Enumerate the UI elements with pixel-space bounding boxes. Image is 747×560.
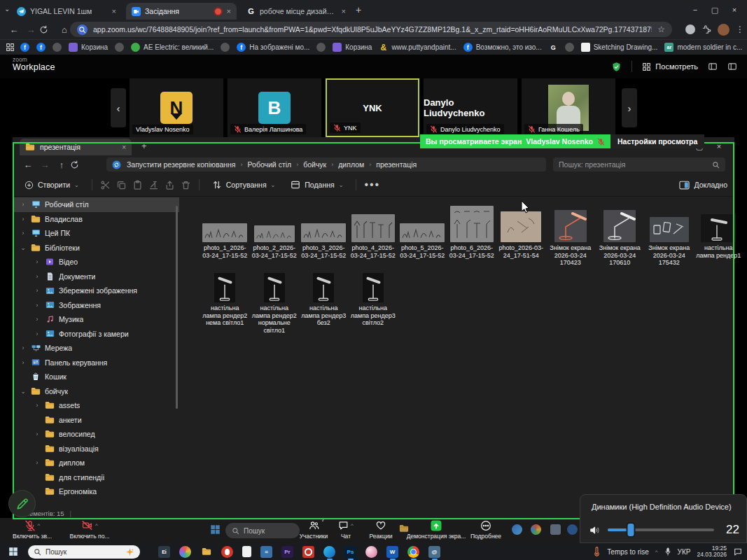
view-options-button[interactable]: Настройки просмотра xyxy=(610,134,704,148)
sidebar-item[interactable]: ›велосипед xyxy=(13,427,179,442)
sidebar-item[interactable]: ›диплом xyxy=(13,456,179,470)
calculator-icon[interactable]: = xyxy=(260,546,272,558)
chevron-right-icon[interactable]: › xyxy=(20,344,27,351)
unmute-button[interactable]: ^Включить зв... xyxy=(6,519,59,540)
start-button[interactable] xyxy=(8,547,18,556)
explorer-tab[interactable]: презентація × xyxy=(20,139,132,155)
taskbar-search[interactable]: Пошук xyxy=(28,545,140,559)
more-button[interactable]: Подробнее xyxy=(463,519,508,540)
chevron-right-icon[interactable]: › xyxy=(20,201,27,208)
tray-expand-icon[interactable]: ^ xyxy=(655,549,658,555)
bookmark-item[interactable]: &www.puttyandpaint... xyxy=(376,43,459,52)
participant-tile[interactable]: BВалерія Лапшинова xyxy=(228,78,321,137)
sidebar-item[interactable]: ›Збережені зображення xyxy=(13,284,179,298)
speaker-icon[interactable] xyxy=(589,525,601,536)
notifications-icon[interactable] xyxy=(733,547,743,556)
breadcrumb-item[interactable]: презентація xyxy=(376,160,417,169)
file-item[interactable]: photo_2_2026-03-24_17-15-52 xyxy=(250,202,300,267)
browser-minimize-button[interactable]: − xyxy=(685,6,705,14)
participant-tile[interactable]: YNKYNK xyxy=(326,78,419,137)
breadcrumb-separator-icon[interactable]: › xyxy=(329,161,335,168)
new-tab-button[interactable]: + xyxy=(356,4,361,15)
rename-icon[interactable] xyxy=(148,180,159,190)
browser-tab[interactable]: Засідання× xyxy=(126,3,237,20)
paint-icon[interactable] xyxy=(365,546,377,558)
bookmark-item[interactable] xyxy=(314,43,328,52)
word-icon[interactable]: W xyxy=(386,546,398,558)
file-item[interactable]: настільна лампа рендер3 без2 xyxy=(299,270,349,334)
copilot-icon[interactable] xyxy=(179,546,191,558)
sidebar-item[interactable]: Кошик xyxy=(13,370,179,384)
sidebar-item[interactable]: ›Робочий стіл xyxy=(13,197,179,212)
volume-slider[interactable] xyxy=(608,528,714,531)
breadcrumb-separator-icon[interactable]: › xyxy=(239,161,245,168)
delete-icon[interactable] xyxy=(181,180,191,190)
sidebar-item[interactable]: ›Цей ПК xyxy=(13,226,179,241)
chevron-right-icon[interactable]: › xyxy=(20,230,27,237)
sidebar-item[interactable]: Ергономіка xyxy=(13,484,179,499)
file-item[interactable]: Знімок екрана 2026-03-24 175432 xyxy=(645,202,694,267)
chevron-right-icon[interactable]: › xyxy=(34,330,41,337)
bookmark-item[interactable]: Sketching Drawing... xyxy=(578,43,661,52)
explorer-back-icon[interactable]: ← xyxy=(20,160,36,170)
file-item[interactable]: photo_4_2026-03-24_17-15-52 xyxy=(349,202,398,267)
back-icon[interactable]: ← xyxy=(6,24,22,35)
bookmark-item[interactable]: fВозможно, это изо... xyxy=(461,43,545,52)
bookmark-item[interactable]: fНа зображені мо... xyxy=(234,43,312,52)
more-toolbar-icon[interactable]: ••• xyxy=(364,178,380,191)
chevron-right-icon[interactable]: › xyxy=(34,258,41,265)
bookmark-item[interactable]: armodern soldier in c... xyxy=(662,43,745,52)
breadcrumb-separator-icon[interactable]: › xyxy=(294,161,300,168)
copy-icon[interactable] xyxy=(116,180,127,190)
taskbar-clock[interactable]: 19:25 24.03.2026 xyxy=(697,545,727,559)
opera-icon[interactable] xyxy=(221,546,233,558)
chevron-down-icon[interactable]: ⌄ xyxy=(20,388,27,395)
strip-prev-button[interactable]: ‹ xyxy=(111,88,126,127)
bookmark-item[interactable]: G xyxy=(546,43,561,52)
chevron-right-icon[interactable]: › xyxy=(20,216,27,223)
participant-tile[interactable]: NVladyslav Nosenko xyxy=(130,78,223,137)
strip-next-button[interactable]: › xyxy=(622,88,637,127)
chrome-icon[interactable] xyxy=(407,546,419,558)
bookmark-item[interactable]: Корзина xyxy=(66,43,111,52)
security-shield-icon[interactable] xyxy=(611,62,622,72)
tab-close-icon[interactable]: × xyxy=(112,7,116,15)
file-item[interactable]: настільна лампа рендер2 нормальне світло… xyxy=(250,270,300,334)
file-item[interactable]: настільна лампа рендер2 нема світло1 xyxy=(200,270,250,334)
breadcrumb-item[interactable]: Запустити резервне копіювання xyxy=(127,160,236,169)
view-mode-button[interactable]: Подання⌄ xyxy=(286,177,348,192)
chevron-up-icon[interactable]: ^ xyxy=(95,522,98,528)
explorer-refresh-icon[interactable] xyxy=(70,160,87,169)
sidebar-item[interactable]: ⌄бойчук xyxy=(13,384,179,399)
edge-icon[interactable] xyxy=(323,546,335,558)
window-restore-icon[interactable] xyxy=(708,62,718,71)
file-item[interactable]: photo_3_2026-03-24_17-15-52 xyxy=(299,202,349,267)
mail-app-icon[interactable]: @ xyxy=(428,546,440,558)
sidebar-item[interactable]: ›Відео xyxy=(13,255,179,270)
file-item[interactable]: настільна лампа рендер1 xyxy=(694,202,743,267)
browser-menu-icon[interactable]: ⋮ xyxy=(736,24,744,34)
chevron-down-icon[interactable]: ⌄ xyxy=(20,244,27,251)
file-item[interactable]: Знімок екрана 2026-03-24 170610 xyxy=(595,202,645,267)
bookmark-item[interactable]: f xyxy=(18,43,32,52)
language-indicator[interactable]: УКР xyxy=(678,548,691,556)
chevron-right-icon[interactable]: › xyxy=(34,430,41,438)
browser-maximize-button[interactable]: ▢ xyxy=(705,6,725,15)
participant-tile[interactable]: Danylo LiudvychenkoDanylo Liudvychenko xyxy=(424,78,517,137)
browser-close-button[interactable]: × xyxy=(725,6,744,14)
start-video-button[interactable]: ^Включить по... xyxy=(62,519,118,540)
reactions-button[interactable]: Реакции xyxy=(363,519,399,540)
file-explorer-icon[interactable] xyxy=(200,546,212,558)
volume-slider-thumb[interactable] xyxy=(627,522,636,538)
chevron-right-icon[interactable]: › xyxy=(34,287,41,294)
premiere-icon[interactable]: Pr xyxy=(281,546,293,558)
sort-button[interactable]: Сортування⌄ xyxy=(207,177,281,192)
browser-status-icon[interactable] xyxy=(685,24,695,34)
chevron-up-icon[interactable]: ^ xyxy=(38,522,41,528)
file-item[interactable]: photo_5_2026-03-24_17-15-52 xyxy=(398,202,447,267)
explorer-new-tab-button[interactable]: + xyxy=(141,141,147,151)
sidebar-item[interactable]: ›Панель керування xyxy=(13,356,179,370)
explorer-search-input[interactable]: Пошук: презентація xyxy=(553,158,725,172)
bookmark-item[interactable] xyxy=(112,43,127,52)
tab-search-chevron-icon[interactable]: ⌄ xyxy=(4,5,10,13)
